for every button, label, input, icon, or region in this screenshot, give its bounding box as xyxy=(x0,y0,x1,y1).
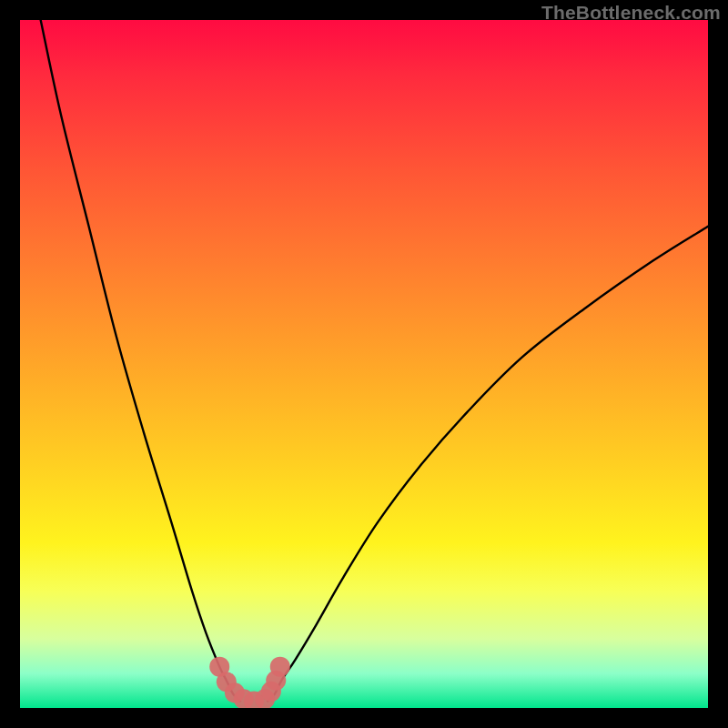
optimum-marker xyxy=(270,657,290,677)
plot-area xyxy=(20,20,708,708)
curve-layer xyxy=(20,20,708,708)
left-curve xyxy=(41,20,240,701)
right-curve xyxy=(268,227,708,702)
watermark-text: TheBottleneck.com xyxy=(541,2,721,24)
chart-frame: TheBottleneck.com xyxy=(0,0,728,728)
